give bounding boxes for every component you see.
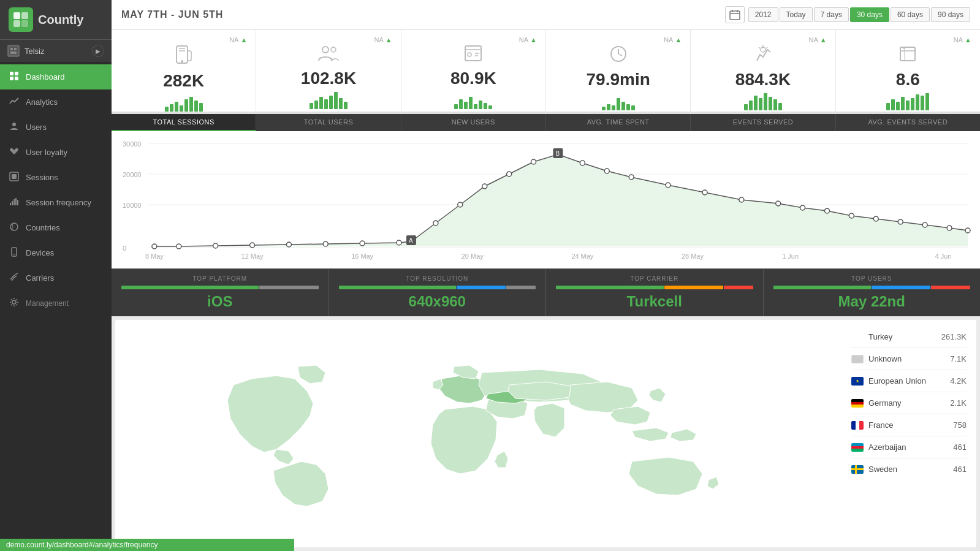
svg-point-83	[873, 216, 878, 221]
svg-point-80	[800, 205, 805, 210]
svg-rect-3	[21, 20, 28, 27]
bar	[469, 97, 473, 109]
panel-title-platform: TOP PLATFORM	[121, 275, 319, 282]
resolution-value: 640x960	[339, 293, 536, 310]
bar-segment	[773, 286, 872, 289]
svg-text:20000: 20000	[123, 171, 141, 178]
dashboard-label: Dashboard	[26, 72, 65, 82]
bar	[631, 105, 635, 110]
date-btn-90days[interactable]: 90 days	[931, 7, 970, 22]
stat-label-row: TOTAL SESSIONS TOTAL USERS NEW USERS AVG…	[112, 113, 980, 131]
date-btn-60days[interactable]: 60 days	[891, 7, 930, 22]
bar	[906, 101, 910, 110]
svg-rect-19	[17, 200, 18, 205]
count-turkey: 261.3K	[941, 332, 967, 341]
countries-icon	[9, 222, 20, 234]
bar	[479, 101, 482, 109]
svg-rect-16	[12, 201, 13, 205]
country-name-unknown: Unknown	[868, 354, 902, 363]
map-svg	[203, 360, 754, 507]
users-icon	[9, 121, 20, 133]
bar	[170, 104, 173, 112]
bar	[749, 101, 753, 110]
stat-na-users: NA ▲	[374, 36, 392, 44]
bar	[602, 107, 606, 110]
svg-point-75	[629, 175, 634, 180]
svg-point-34	[331, 47, 336, 52]
label-new-users[interactable]: NEW USERS	[401, 114, 546, 131]
stat-card-events: NA ▲ 884.3K	[691, 30, 835, 112]
svg-rect-18	[15, 198, 17, 205]
sidebar-item-session-frequency[interactable]: Session frequency	[0, 190, 112, 215]
svg-text:28 May: 28 May	[682, 253, 704, 260]
svg-text:12 May: 12 May	[241, 253, 264, 260]
arrow-up-sessions: ▲	[240, 36, 247, 44]
events-stat-bars	[744, 92, 782, 110]
calendar-icon[interactable]	[725, 6, 745, 23]
bar	[339, 98, 343, 109]
frequency-icon	[9, 197, 20, 208]
svg-point-43	[761, 47, 765, 52]
svg-point-12	[12, 123, 16, 126]
svg-text:4 Jun: 4 Jun	[935, 253, 952, 260]
arrow-up-events: ▲	[820, 36, 827, 44]
date-btn-2012[interactable]: 2012	[748, 7, 778, 22]
sidebar-item-devices[interactable]: Devices	[0, 240, 112, 265]
svg-rect-17	[13, 199, 15, 205]
bar	[484, 103, 487, 109]
bar	[744, 104, 748, 110]
sidebar-item-dashboard[interactable]: Dashboard	[0, 64, 112, 89]
legend-item-france: France 758	[851, 420, 967, 430]
svg-rect-14	[12, 174, 17, 179]
management-icon	[9, 297, 20, 309]
logo-text: Countly	[38, 13, 83, 27]
date-controls: 2012 Today 7 days 30 days 60 days 90 day…	[725, 6, 970, 23]
top-users-value: May 22nd	[773, 293, 971, 310]
bar	[324, 99, 328, 109]
sidebar-item-sessions[interactable]: Sessions	[0, 165, 112, 190]
svg-line-46	[766, 47, 767, 48]
sidebar-user[interactable]: Telsiz ▶	[0, 39, 112, 62]
date-btn-7days[interactable]: 7 days	[814, 7, 849, 22]
new-users-stat-value: 80.9K	[450, 69, 496, 88]
panel-top-carrier: TOP CARRIER Turkcell	[546, 269, 764, 316]
label-total-sessions[interactable]: TOTAL SESSIONS	[112, 114, 256, 131]
legend-divider	[851, 348, 967, 348]
sidebar-item-analytics[interactable]: Analytics	[0, 89, 112, 115]
status-bar: demo.count.ly/dashboard#/analytics/frequ…	[0, 539, 294, 551]
svg-rect-7	[10, 51, 17, 54]
date-btn-30days[interactable]: 30 days	[850, 7, 889, 22]
sidebar-item-user-loyalty[interactable]: User loyalty	[0, 140, 112, 165]
sidebar-item-countries[interactable]: Countries	[0, 215, 112, 240]
svg-rect-47	[900, 47, 915, 61]
svg-point-82	[849, 213, 854, 218]
svg-rect-9	[15, 72, 18, 75]
label-total-users[interactable]: TOTAL USERS	[256, 114, 401, 131]
bar	[488, 105, 492, 109]
sidebar-item-users[interactable]: Users	[0, 115, 112, 140]
dashboard-icon	[9, 71, 20, 83]
avg-events-stat-bars	[886, 92, 929, 110]
svg-point-85	[922, 222, 927, 227]
sidebar-item-management[interactable]: Management	[0, 291, 112, 316]
svg-point-33	[322, 47, 329, 53]
devices-icon	[9, 247, 20, 259]
label-avg-time[interactable]: AVG. TIME SPENT	[546, 114, 691, 131]
play-button[interactable]: ▶	[92, 45, 104, 57]
sidebar-item-carriers[interactable]: Carriers	[0, 265, 112, 291]
user-name: Telsiz	[25, 47, 87, 56]
bar	[621, 102, 625, 110]
svg-text:B: B	[555, 150, 560, 157]
svg-rect-6	[14, 48, 17, 50]
date-btn-today[interactable]: Today	[780, 7, 813, 22]
bar-segment	[931, 286, 970, 289]
label-avg-events[interactable]: AVG. EVENTS SERVED	[836, 114, 980, 131]
svg-rect-8	[10, 72, 13, 75]
svg-point-58	[152, 244, 157, 249]
bar	[773, 99, 777, 110]
country-name-sweden: Sweden	[868, 465, 897, 474]
stat-card-avg-events: NA ▲ 8.6	[836, 30, 980, 112]
label-events[interactable]: EVENTS SERVED	[691, 114, 835, 131]
svg-point-23	[12, 300, 16, 304]
bar	[314, 101, 318, 109]
